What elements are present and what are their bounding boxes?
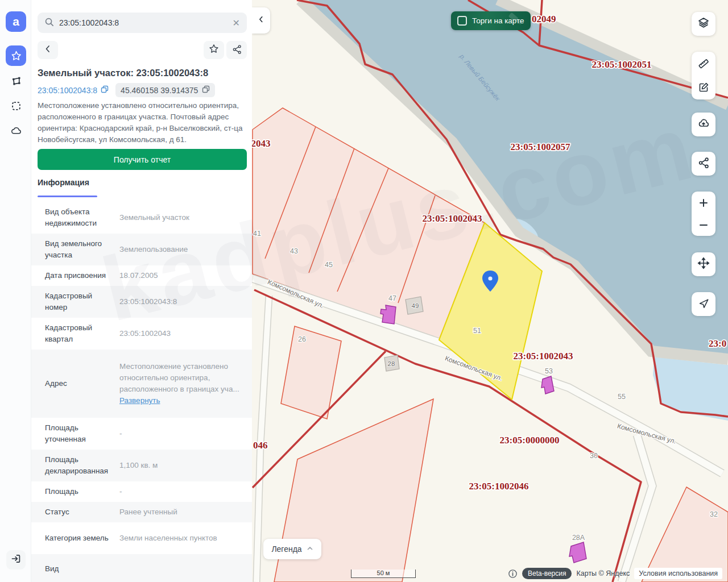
parcel-number: 32 [710,510,718,518]
quarter-label: 23:0 [709,338,726,349]
tab-underline [38,196,97,197]
share-button[interactable] [226,41,247,59]
info-icon[interactable] [508,569,518,579]
building-magenta [569,542,586,563]
chips-row: 23:05:1002043:8 45.460158 39.914375 [38,83,215,97]
table-row: Кадастровый номер23:05:1002043:8 [31,286,252,318]
quarter-label: 23:05:1002046 [469,481,529,492]
parcel-number: 45 [325,261,333,269]
star-icon [11,51,22,61]
row-label: Дата присвоения [45,270,110,281]
coordinates-chip[interactable]: 45.460158 39.914375 [115,83,215,97]
trades-on-map-toggle[interactable]: Торги на карте [451,11,531,30]
table-row: Вид земельного участкаЗемлепользование [31,234,252,265]
tab-information[interactable]: Информация [38,178,89,194]
back-button[interactable] [38,41,58,59]
map-canvas[interactable]: Комсомольская ул. Комсомольская ул. Комс… [252,0,728,582]
table-row: Категория земельЗемли населенных пунктов [31,522,252,554]
location-description: Местоположение установлено относительно … [38,100,248,146]
rail-favorites-button[interactable] [6,45,26,66]
quarter-label: 23:05:1002051 [592,59,652,70]
zoom-controls [692,192,715,236]
cloud-icon [10,125,22,137]
row-value: 18.07.2005 [119,270,158,281]
search-bar[interactable]: ✕ [38,13,247,33]
quarter-label: 02049 [532,14,556,24]
favorite-button[interactable] [204,41,224,59]
polygon-nodes-icon [11,76,22,86]
my-location-button[interactable] [692,292,715,316]
scale-label: 50 м [377,569,390,576]
quarter-label: 23:05:1002043 [423,213,482,224]
navigation-arrow-icon [698,297,709,311]
get-report-button[interactable]: Получить отчет [38,149,247,170]
row-value: Земли населенных пунктов [119,533,217,544]
trades-checkbox[interactable] [457,16,467,26]
table-row: СтатусРанее учтенный [31,502,252,522]
chevron-up-icon [307,544,313,554]
table-row: Кадастровый квартал23:05:1002043 [31,318,252,350]
expand-address-link[interactable]: Развернуть [119,396,160,405]
edit-button[interactable] [692,76,715,99]
table-row: Площадь- [31,481,252,502]
row-value: - [119,486,122,497]
share-map-button[interactable] [692,152,715,176]
row-label: Статус [45,506,110,518]
map-base: Комсомольская ул. Комсомольская ул. Комс… [252,0,728,582]
legend-label: Легенда [271,544,301,554]
page-title: Земельный участок: 23:05:1002043:8 [38,68,208,78]
chevron-left-icon [257,15,265,26]
rail-polygon-button[interactable] [6,70,26,91]
row-value: Ранее учтенный [119,506,177,518]
row-label: Вид [45,563,110,575]
collapse-panel-button[interactable] [252,7,270,34]
cadastral-number-link[interactable]: 23:05:1002043:8 [38,85,109,95]
table-row: Дата присвоения18.07.2005 [31,265,252,286]
star-outline-icon [209,44,219,56]
rail-cloud-button[interactable] [6,120,26,141]
icon-rail: a [0,0,31,582]
row-value: 23:05:1002043 [119,328,171,339]
coordinates-text: 45.460158 39.914375 [121,86,198,95]
share-icon [698,157,709,171]
ruler-button[interactable] [692,52,715,76]
zoom-in-button[interactable] [692,192,715,214]
info-table: Вид объекта недвижимостиЗемельный участо… [31,202,252,582]
app-logo[interactable]: a [6,11,26,32]
legend-button[interactable]: Легенда [263,539,321,559]
parcel-number: 47 [388,294,396,302]
chevron-left-icon [43,44,52,56]
row-value: - [119,428,122,439]
search-icon [44,17,54,29]
pan-button[interactable] [692,252,715,276]
layers-icon [697,16,710,31]
terms-of-use-link[interactable]: Условия использования [634,568,722,579]
clear-search-icon[interactable]: ✕ [233,18,240,28]
table-row: Вид [31,554,252,582]
copy-icon[interactable] [101,85,109,95]
rail-select-area-button[interactable] [6,95,26,116]
upload-button[interactable] [692,113,715,136]
table-row: Площадь уточненная- [31,418,252,450]
parcel-number: 30 [590,452,598,460]
map-scale-bar: 50 м [351,569,416,578]
row-label: Кадастровый номер [45,290,110,313]
search-input[interactable] [59,18,228,27]
row-label: Площадь уточненная [45,422,110,445]
beta-badge: Beta-версия [522,568,572,579]
table-row: Вид объекта недвижимостиЗемельный участо… [31,202,252,234]
layers-button[interactable] [692,12,715,36]
zoom-out-button[interactable] [692,214,715,236]
measure-tools [692,52,715,99]
row-value: 1,100 кв. м [119,460,158,471]
copy-icon[interactable] [202,85,210,95]
row-value: Земельный участок [119,212,189,223]
parcel-number: 55 [618,393,626,401]
parcel-number: 49 [412,302,419,309]
row-label: Адрес [45,378,110,389]
quarter-label: 23:05:1002057 [511,142,570,152]
yandex-copyright[interactable]: Карты © Яндекс [576,569,630,577]
login-button[interactable] [6,550,26,569]
cadastral-number-text: 23:05:1002043:8 [38,86,97,95]
parcel-number: 43 [290,247,298,255]
